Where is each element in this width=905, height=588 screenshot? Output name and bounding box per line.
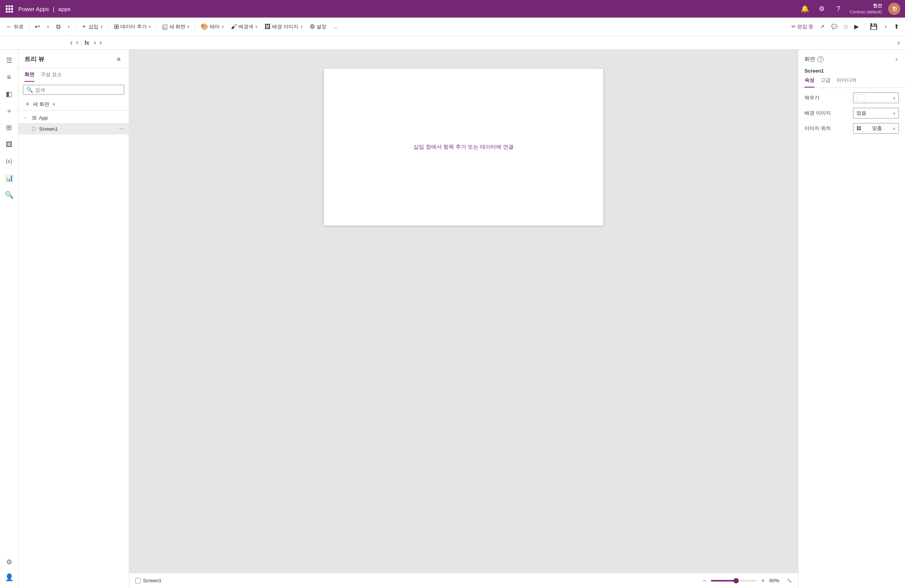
settings-btn-icon: ⚙ [310,23,315,30]
copy-button[interactable]: ⧉ [53,20,63,34]
bgimage-button[interactable]: 🖼 배경 이미지 ∨ [261,20,306,34]
play-button[interactable]: ▶ [851,20,862,34]
bgimage-chevron-icon: ∨ [893,111,895,115]
comment-icon: 💬 [831,24,837,29]
sidebar-chart-btn[interactable]: 📊 [2,170,17,186]
app-chevron-icon: › [24,116,30,120]
save-dropdown[interactable]: ∨ [881,20,890,34]
tree-tab-components[interactable]: 구성 요소 [41,71,62,82]
tree-item-app[interactable]: › ⊞ App [18,112,129,123]
screen-checkbox[interactable] [135,578,141,583]
image-pos-label: 이미지 위치 [804,125,831,132]
tree-items: › ⊞ App □ Screen1 ··· [18,111,129,588]
zoom-fullscreen-button[interactable]: ⤡ [787,577,792,584]
canvas-frame[interactable]: 삽입 창에서 항목 추가 또는 데이터에 연결 [324,69,603,225]
tree-panel-tabs: 화면 구성 요소 [18,68,129,82]
app-grid-icon[interactable] [5,4,14,13]
bgimage-value-text: 없음 [856,110,866,117]
formula-selector: ∨ [3,39,72,46]
app-item-icon: ⊞ [32,115,37,121]
bgcolor-button[interactable]: 🖌 배경색 ∨ [228,20,261,34]
formula-input[interactable]: White [106,40,894,45]
sidebar-layers-btn[interactable]: ◧ [2,86,17,102]
sidebar-account-btn[interactable]: 👤 [2,570,17,585]
top-bar: Power Apps | apps 🔔 ⚙ ? 한건 Contoso (defa… [0,0,905,18]
tree-tab-screens[interactable]: 화면 [24,71,34,82]
right-panel-help-icon[interactable]: ? [817,56,824,62]
sidebar-data-btn[interactable]: ⊞ [2,120,17,135]
screen-icon-btn[interactable]: □ [841,20,850,34]
layers-icon: ◧ [6,90,12,98]
right-tab-props[interactable]: 속성 [804,77,814,87]
insert-button[interactable]: ＋ 삽입 ∨ [78,20,106,34]
zoom-out-button[interactable]: − [700,577,708,585]
tree-item-screen1[interactable]: □ Screen1 ··· [18,123,129,134]
menu-icon: ☰ [6,56,12,65]
fill-color-swatch [856,94,866,101]
fill-prop-value[interactable]: ∨ [853,92,899,103]
tree-search-input[interactable] [35,87,121,93]
bgimage-prop-value[interactable]: 없음 ∨ [853,108,899,118]
insert-icon: ＋ [81,23,87,31]
settings-button[interactable]: ⚙ 설정 [307,20,329,34]
publish-button[interactable]: ⬆ [891,20,902,34]
image-pos-chevron-icon: ∨ [893,126,895,131]
right-tab-ideas[interactable]: 아이디어 [837,77,856,87]
image-pos-text: 맞춤 [872,125,882,132]
sidebar-settings-btn[interactable]: ⚙ [2,554,17,570]
data-button[interactable]: ⊞ 데이터 추가 ∨ [111,20,154,34]
formula-nav-next[interactable]: ∨ [98,39,103,46]
formula-selector-input[interactable] [3,40,67,45]
canvas-screen-name: Screen1 [143,578,161,583]
image-pos-icon: 🖼 [856,126,861,131]
toolbar: ← 뒤로 ↩ ∨ ⧉ ∨ ＋ 삽입 ∨ ⊞ 데이터 추가 ∨ ◱ 새 화면 ∨ … [0,18,905,36]
more-button[interactable]: ... [330,20,341,34]
variable-icon: (x) [6,158,12,164]
toolbar-right: ✏ 편집 중 ↗ 💬 □ ▶ 💾 ∨ ⬆ [788,20,902,34]
save-button[interactable]: 💾 [867,20,881,34]
bell-icon[interactable]: 🔔 [800,3,810,14]
avatar[interactable]: 한 [888,3,900,15]
sidebar-tree-btn[interactable]: ≡ [2,70,17,85]
copy-dropdown[interactable]: ∨ [64,20,73,34]
formula-nav-prev[interactable]: ∧ [92,39,97,46]
new-screen-button[interactable]: ◱ 새 화면 ∨ [159,20,193,34]
new-screen-plus-icon: ＋ [24,100,31,108]
bgcolor-icon: 🖌 [231,23,237,30]
right-panel-expand-button[interactable]: › [894,54,899,64]
zoom-in-button[interactable]: + [759,577,767,585]
sidebar-variable-btn[interactable]: (x) [2,154,17,169]
undo-dropdown[interactable]: ∨ [44,20,52,34]
image-pos-value[interactable]: 🖼 맞춤 ∨ [853,123,899,134]
sidebar-media-btn[interactable]: 🖼 [2,137,17,152]
share-button[interactable]: ↗ [817,20,827,34]
sidebar-search-btn[interactable]: 🔍 [2,187,17,202]
formula-expand-button[interactable]: ∨ [895,39,902,47]
tree-panel-close-button[interactable]: ✕ [115,54,123,65]
theme-button[interactable]: 🎨 테마 ∨ [198,20,227,34]
sidebar-collapse-btn[interactable]: ☰ [2,53,17,68]
settings-icon-top[interactable]: ⚙ [816,3,827,14]
formula-bar: ∨ = fx ∧ ∨ White ∨ [0,36,905,50]
edit-button[interactable]: ✏ 편집 중 [788,20,817,34]
zoom-slider[interactable] [711,580,757,582]
insert-sidebar-icon: ＋ [6,106,13,115]
canvas-area: 삽입 창에서 항목 추가 또는 데이터에 연결 Screen1 − + 60% … [129,50,798,588]
back-label: 뒤로 [14,23,24,30]
icon-sidebar: ☰ ≡ ◧ ＋ ⊞ 🖼 (x) 📊 🔍 ⚙ [0,50,18,588]
insert-label: 삽입 [89,23,99,30]
undo-button[interactable]: ↩ [32,20,43,34]
play-icon: ▶ [854,23,859,30]
help-icon-top[interactable]: ? [833,3,844,14]
sidebar-insert-btn[interactable]: ＋ [2,103,17,118]
comment-button[interactable]: 💬 [828,20,840,34]
back-button[interactable]: ← 뒤로 [3,20,27,34]
user-info[interactable]: 한건 Contoso (default) [850,3,882,15]
screen1-more-button[interactable]: ··· [119,125,124,132]
new-screen-tree-btn[interactable]: ＋ 새 화면 ∨ [18,98,129,111]
more-label: ... [333,24,337,29]
toolbar-sep-3 [108,22,109,31]
right-tab-advanced[interactable]: 고급 [821,77,830,87]
settings-sidebar-icon: ⚙ [6,558,12,566]
data-label: 데이터 추가 [120,23,147,30]
